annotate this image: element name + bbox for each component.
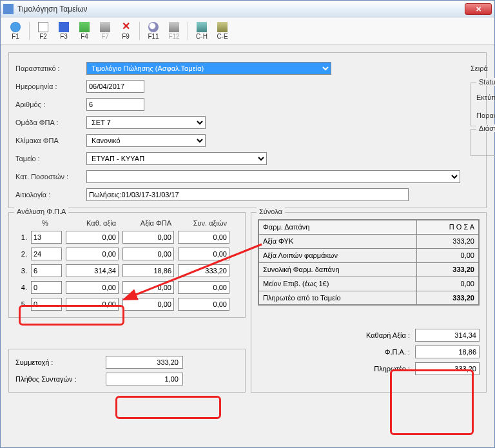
annotation-participation <box>115 396 221 419</box>
payable-input[interactable] <box>415 362 480 375</box>
toolbar: F1 F2 F3 F4 F7 ✕F9 F11 F12 C-H C-E <box>1 17 494 44</box>
search-button[interactable]: F11 <box>144 21 163 41</box>
totals-head-2: Π Ο Σ Α <box>417 220 479 234</box>
vat-net-5[interactable] <box>66 298 119 311</box>
print-button[interactable]: F7 <box>95 21 115 41</box>
vat-sum-2[interactable] <box>178 248 229 260</box>
participation-panel: Συμμετοχή : Πλήθος Συνταγών : <box>8 349 246 393</box>
rx-count-input[interactable] <box>106 373 183 385</box>
vat-pct-2[interactable] <box>31 248 62 260</box>
rx-count-label: Πλήθος Συνταγών : <box>15 375 106 383</box>
vat-net-4[interactable] <box>66 281 119 294</box>
new-button[interactable]: F2 <box>34 21 53 41</box>
app-icon <box>3 4 14 14</box>
vat-sum-1[interactable] <box>178 231 229 244</box>
vat-vat-1[interactable] <box>122 231 174 244</box>
date-input[interactable] <box>86 80 144 93</box>
vat-group-label: Ομάδα ΦΠΑ : <box>15 119 86 126</box>
payable-label: Πληρωτέο : <box>344 365 415 373</box>
vat-sum-5[interactable] <box>178 298 229 311</box>
vat-grid: % Καθ. αξία Αξία ΦΠΑ Συν. αξιών 1. 2. <box>15 219 238 311</box>
series-label: Σειρά <box>471 64 495 72</box>
date-label: Ημερομηνία : <box>15 83 86 90</box>
print-status-label: Εκτύπωσης : <box>476 93 495 101</box>
vat-col-vat: Αξία ΦΠΑ <box>122 219 174 227</box>
participation-input[interactable] <box>106 356 183 369</box>
vat-pct-5[interactable] <box>31 298 62 311</box>
vat-pct-3[interactable] <box>31 264 62 277</box>
preview-button[interactable]: F4 <box>75 21 94 41</box>
status-legend: Status <box>476 78 495 86</box>
totals-table: Φαρμ. Δαπάνη Π Ο Σ Α Αξία ΦΥΚ333,20 Αξία… <box>258 219 480 306</box>
print-icon <box>100 22 110 32</box>
vat-vat-2[interactable] <box>122 248 174 260</box>
date-range-box: Διάστημα εκτέλεσης συνταγών <box>471 129 495 156</box>
print2-button[interactable]: F12 <box>164 21 184 41</box>
totals-head-1: Φαρμ. Δαπάνη <box>258 220 417 234</box>
ce-button[interactable]: C-E <box>213 21 232 41</box>
net-label: Καθαρή Αξία : <box>344 331 415 339</box>
vat-sum-4[interactable] <box>178 281 229 294</box>
window-title: Τιμολόγηση Ταμείων <box>17 5 465 14</box>
vat-vat-5[interactable] <box>122 298 174 311</box>
vat-pct-1[interactable] <box>31 231 62 244</box>
reason-input[interactable] <box>86 188 409 201</box>
close-button[interactable]: ✕ <box>465 3 492 15</box>
fund-select[interactable]: ΕΤΥΑΠ - ΚΥΥΑΠ <box>86 152 267 165</box>
save-icon <box>59 22 69 32</box>
vat-scale-select[interactable]: Κανονικό <box>86 134 206 147</box>
search-icon <box>148 22 159 32</box>
totals-legend: Σύνολα <box>257 208 285 215</box>
doc-type-select[interactable]: Τιμολόγιο Πώλησης (Ασφαλ.Ταμεία) <box>86 62 331 75</box>
ce-icon <box>217 22 228 32</box>
printer-icon <box>169 22 179 32</box>
fpa-label: Φ.Π.Α. : <box>344 348 415 356</box>
vat-col-pct: % <box>31 219 62 227</box>
totals-panel: Σύνολα Φαρμ. Δαπάνη Π Ο Σ Α Αξία ΦΥΚ333,… <box>251 212 487 393</box>
vat-col-net: Καθ. αξία <box>66 219 119 227</box>
vat-net-1[interactable] <box>66 231 119 244</box>
vat-col-sum: Συν. αξιών <box>178 219 229 227</box>
help-button[interactable]: F1 <box>6 21 25 41</box>
doc-status-label: Παραστατικού : <box>476 112 495 119</box>
vat-scale-label: Κλίμακα ΦΠΑ <box>15 137 86 144</box>
fpa-input[interactable] <box>415 346 480 358</box>
net-input[interactable] <box>415 329 480 342</box>
date-range-legend: Διάστημα εκτέλεσης συνταγών <box>476 124 495 132</box>
vat-legend: Ανάλυση Φ.Π.Α <box>14 208 68 215</box>
ch-icon <box>197 22 207 32</box>
header-panel: Παραστατικό : Τιμολόγιο Πώλησης (Ασφαλ.Τ… <box>8 52 487 208</box>
fund-label: Ταμείο : <box>15 155 86 162</box>
new-icon <box>38 22 48 32</box>
delete-button[interactable]: ✕F9 <box>116 21 135 41</box>
vat-net-3[interactable] <box>66 264 119 277</box>
vat-pct-4[interactable] <box>31 281 62 294</box>
vat-net-2[interactable] <box>66 248 119 260</box>
titlebar: Τιμολόγηση Ταμείων ✕ <box>1 1 494 17</box>
vat-vat-3[interactable] <box>122 264 174 277</box>
delete-icon: ✕ <box>121 22 131 32</box>
pct-select[interactable] <box>86 170 460 183</box>
vat-sum-3[interactable] <box>178 264 229 277</box>
pct-label: Κατ. Ποσοστών : <box>15 173 86 180</box>
ch-button[interactable]: C-H <box>192 21 211 41</box>
doc-type-label: Παραστατικό : <box>15 64 86 72</box>
number-input[interactable] <box>86 98 144 111</box>
help-icon <box>10 22 21 32</box>
vat-vat-4[interactable] <box>122 281 174 294</box>
status-box: Status Εκτύπωσης : Μη Εκτυπωμένο Παραστα… <box>471 83 495 126</box>
vat-analysis-panel: Ανάλυση Φ.Π.Α % Καθ. αξία Αξία ΦΠΑ Συν. … <box>8 212 246 318</box>
save-button[interactable]: F3 <box>54 21 73 41</box>
vat-group-select[interactable]: ΣΕΤ 7 <box>86 116 206 129</box>
participation-label: Συμμετοχή : <box>15 358 106 366</box>
number-label: Αριθμός : <box>15 101 86 108</box>
reason-label: Αιτιολογία : <box>15 191 86 199</box>
preview-icon <box>79 22 90 32</box>
